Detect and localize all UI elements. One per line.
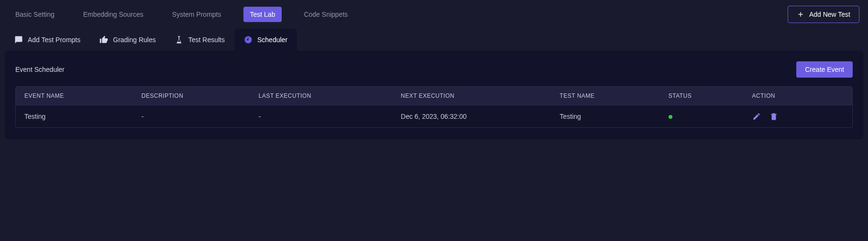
cell-action	[744, 105, 852, 128]
cell-status	[660, 105, 744, 128]
flask-icon	[175, 35, 184, 44]
col-event-name: EVENT NAME	[16, 87, 133, 105]
add-new-test-label: Add New Test	[809, 11, 850, 18]
add-new-test-button[interactable]: Add New Test	[788, 6, 859, 23]
tab-system-prompts[interactable]: System Prompts	[165, 7, 228, 22]
subtab-grading-rules[interactable]: Grading Rules	[90, 29, 165, 51]
cell-description: -	[133, 105, 250, 128]
col-action: ACTION	[744, 87, 852, 105]
tab-code-snippets[interactable]: Code Snippets	[297, 7, 354, 22]
table-header-row: EVENT NAME DESCRIPTION LAST EXECUTION NE…	[16, 87, 852, 105]
cell-last-execution: -	[250, 105, 392, 128]
trash-icon	[769, 112, 778, 121]
tab-test-lab[interactable]: Test Lab	[243, 7, 282, 22]
col-description: DESCRIPTION	[133, 87, 250, 105]
cell-test-name: Testing	[551, 105, 659, 128]
status-dot	[669, 115, 672, 119]
tab-embedding-sources[interactable]: Embedding Sources	[77, 7, 150, 22]
clock-icon	[244, 35, 253, 44]
subtab-label: Test Results	[188, 36, 225, 44]
table-row: Testing - - Dec 6, 2023, 06:32:00 Testin…	[16, 105, 852, 128]
col-status: STATUS	[660, 87, 744, 105]
tab-basic-setting[interactable]: Basic Setting	[9, 7, 61, 22]
create-event-button[interactable]: Create Event	[796, 61, 853, 78]
col-next-execution: NEXT EXECUTION	[392, 87, 551, 105]
cell-event-name: Testing	[16, 105, 133, 128]
panel-title: Event Scheduler	[15, 66, 65, 73]
sub-tabs: Add Test Prompts Grading Rules Test Resu…	[0, 29, 868, 51]
chat-icon	[14, 35, 23, 44]
events-table-wrap: EVENT NAME DESCRIPTION LAST EXECUTION NE…	[15, 86, 853, 128]
subtab-label: Scheduler	[257, 36, 287, 44]
subtab-label: Grading Rules	[113, 36, 156, 44]
subtab-add-test-prompts[interactable]: Add Test Prompts	[5, 29, 90, 51]
delete-button[interactable]	[769, 112, 778, 121]
main-tabs: Basic Setting Embedding Sources System P…	[9, 7, 354, 22]
events-table: EVENT NAME DESCRIPTION LAST EXECUTION NE…	[16, 87, 852, 127]
scheduler-panel: Event Scheduler Create Event EVENT NAME …	[5, 51, 863, 139]
subtab-scheduler[interactable]: Scheduler	[234, 29, 297, 51]
thumbs-icon	[99, 35, 108, 44]
subtab-label: Add Test Prompts	[28, 36, 80, 44]
edit-button[interactable]	[752, 112, 761, 121]
col-test-name: TEST NAME	[551, 87, 659, 105]
pencil-icon	[752, 112, 761, 121]
plus-icon	[797, 11, 804, 18]
subtab-test-results[interactable]: Test Results	[165, 29, 234, 51]
cell-next-execution: Dec 6, 2023, 06:32:00	[392, 105, 551, 128]
col-last-execution: LAST EXECUTION	[250, 87, 392, 105]
